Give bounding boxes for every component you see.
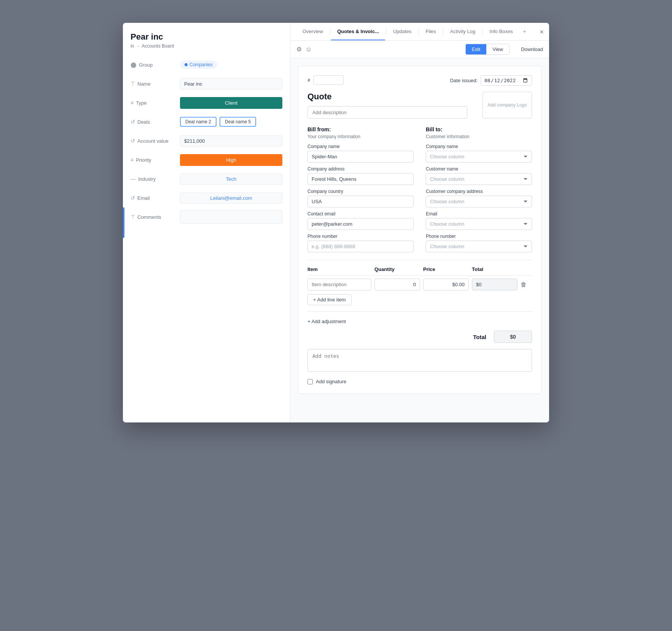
bill-from-phone-row: Phone number <box>307 234 414 252</box>
bt-phone-row: Phone number Choose column <box>426 234 532 252</box>
bt-address-label: Customer company address <box>426 189 532 194</box>
type-value-container: Client <box>180 97 282 109</box>
tab-activity[interactable]: Activity Log <box>444 23 481 40</box>
toolbar: ⚙ ☺ Edit View Download <box>290 41 549 58</box>
quote-card: # Date issued: Quote <box>298 66 541 394</box>
total-label: Total <box>473 334 486 340</box>
breadcrumb: in → Accounts Board <box>131 43 282 49</box>
emoji-icon[interactable]: ☺ <box>306 46 312 53</box>
deals-icon: ↺ <box>131 119 135 125</box>
col-action <box>521 266 532 272</box>
bt-customer-name-select[interactable]: Choose column <box>426 173 532 185</box>
quote-header-row: # Date issued: <box>307 75 532 86</box>
tab-overview[interactable]: Overview <box>296 23 329 40</box>
bf-country-label: Company country <box>307 189 414 194</box>
date-input[interactable] <box>481 75 532 86</box>
type-client-button[interactable]: Client <box>180 97 282 109</box>
item-quantity-input[interactable] <box>374 279 420 290</box>
name-value-container: Pear inc <box>180 78 282 89</box>
close-button[interactable]: × <box>540 28 544 36</box>
bf-email-label: Contact email <box>307 211 414 217</box>
email-display[interactable]: Leilani@email.com <box>180 193 282 204</box>
industry-label: — Industry <box>131 176 180 182</box>
bill-from-subtitle: Your company information <box>307 134 414 139</box>
comments-value-container <box>180 210 282 224</box>
billing-section: Bill from: Your company information Comp… <box>307 126 532 252</box>
add-adjustment-button[interactable]: + Add adjustment <box>307 319 346 324</box>
tab-divider-1 <box>330 28 330 35</box>
bt-phone-select[interactable]: Choose column <box>426 241 532 252</box>
bf-company-name-input[interactable] <box>307 151 414 163</box>
tab-quotes[interactable]: Quotes & Invoic... <box>331 23 385 40</box>
quote-number-input[interactable] <box>313 75 344 85</box>
priority-button[interactable]: High <box>180 154 282 166</box>
bt-company-name-row: Company name Choose column <box>426 144 532 163</box>
tab-add-button[interactable]: + <box>519 23 530 40</box>
email-label: ↺ Email <box>131 195 180 201</box>
settings-icon[interactable]: ⚙ <box>296 46 302 53</box>
delete-line-item-icon[interactable]: 🗑 <box>521 281 532 288</box>
bf-email-input[interactable] <box>307 218 414 230</box>
comments-input[interactable] <box>180 210 282 224</box>
edit-button[interactable]: Edit <box>466 44 486 54</box>
bt-address-select[interactable]: Choose column <box>426 196 532 207</box>
field-row-name: ⊤ Name Pear inc <box>131 77 282 91</box>
deal-tag-2[interactable]: Deal name 5 <box>220 117 256 127</box>
description-input[interactable] <box>307 106 467 119</box>
left-panel: Pear inc in → Accounts Board ⬤ Group Com… <box>123 23 290 422</box>
account-value-container: $211,000 <box>180 135 282 147</box>
view-button[interactable]: View <box>486 44 509 54</box>
bill-from-col: Bill from: Your company information Comp… <box>307 126 414 252</box>
quote-title: Quote <box>307 92 467 102</box>
account-value-display[interactable]: $211,000 <box>180 135 282 147</box>
bt-email-select[interactable]: Choose column <box>426 218 532 230</box>
tab-divider-5 <box>482 28 483 35</box>
item-description-input[interactable] <box>307 279 371 290</box>
name-display[interactable]: Pear inc <box>180 78 282 89</box>
type-icon: ≡ <box>131 100 134 106</box>
bt-email-row: Email Choose column <box>426 211 532 230</box>
industry-icon: — <box>131 176 136 182</box>
bf-address-input[interactable] <box>307 173 414 185</box>
type-label: ≡ Type <box>131 100 180 106</box>
comments-label: ⊤ Comments <box>131 214 180 220</box>
logo-box[interactable]: Add company Logo <box>483 92 532 118</box>
bf-phone-input[interactable] <box>307 241 414 252</box>
bf-country-input[interactable] <box>307 196 414 207</box>
tab-divider-4 <box>443 28 443 35</box>
quote-content: # Date issued: Quote <box>290 58 549 422</box>
bt-phone-label: Phone number <box>426 234 532 239</box>
line-item-row: 🗑 <box>307 279 532 290</box>
item-price-input[interactable] <box>423 279 469 290</box>
bf-phone-label: Phone number <box>307 234 414 239</box>
bt-company-name-select[interactable]: Choose column <box>426 151 532 163</box>
notes-input[interactable] <box>307 349 532 372</box>
side-indicator <box>123 207 124 238</box>
tab-infoboxes[interactable]: Info Boxes <box>483 23 519 40</box>
breadcrumb-board: Accounts Board <box>142 43 174 49</box>
breadcrumb-arrow: → <box>135 43 140 49</box>
deal-tag-1[interactable]: Deal name 2 <box>180 117 217 127</box>
col-item: Item <box>307 266 371 272</box>
field-row-deals: ↺ Deals Deal name 2 Deal name 5 <box>131 115 282 129</box>
logo-placeholder: Add company Logo <box>487 102 527 108</box>
item-total-input[interactable] <box>472 279 518 290</box>
bill-from-title: Bill from: <box>307 126 414 132</box>
badge-dot <box>185 63 188 66</box>
download-button[interactable]: Download <box>521 46 543 52</box>
tab-files[interactable]: Files <box>419 23 442 40</box>
tabs-bar: Overview Quotes & Invoic... Updates File… <box>290 23 549 41</box>
add-line-item-button[interactable]: + Add line item <box>307 294 352 305</box>
tab-updates[interactable]: Updates <box>387 23 417 40</box>
name-label: ⊤ Name <box>131 81 180 87</box>
industry-display[interactable]: Tech <box>180 174 282 185</box>
field-row-account-value: ↺ Account value $211,000 <box>131 134 282 148</box>
date-row: Date issued: <box>450 75 532 86</box>
priority-value-container: High <box>180 154 282 166</box>
deals-row: Deal name 2 Deal name 5 <box>180 117 282 127</box>
bt-customer-name-row: Customer name Choose column <box>426 166 532 185</box>
priority-label: ≡ Priority <box>131 157 180 163</box>
signature-checkbox[interactable] <box>307 379 313 384</box>
companies-badge[interactable]: Companies <box>180 61 217 69</box>
right-panel: × Overview Quotes & Invoic... Updates Fi… <box>290 23 549 422</box>
